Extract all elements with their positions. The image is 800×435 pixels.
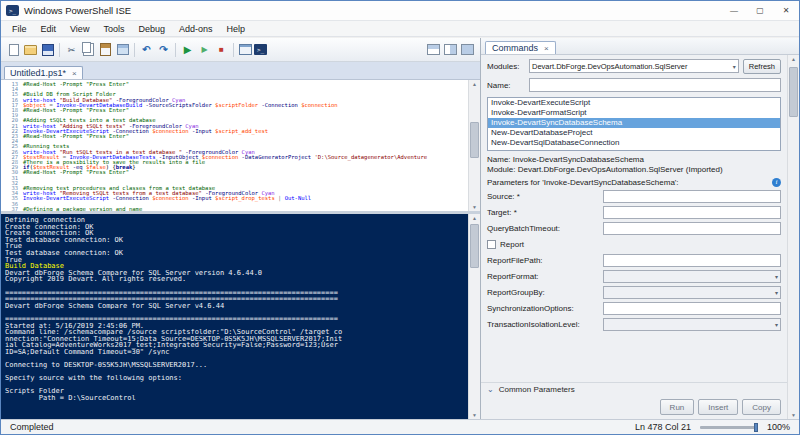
- report-checkbox[interactable]: [487, 240, 496, 249]
- reportfilepath-input[interactable]: [603, 254, 781, 267]
- script-pane-maximized-icon[interactable]: [459, 42, 476, 58]
- command-item[interactable]: Invoke-DevartFormatScript: [488, 108, 780, 118]
- menu-file[interactable]: File: [5, 21, 34, 37]
- minimize-button[interactable]: —: [721, 1, 747, 20]
- scroll-up-icon[interactable]: ▲: [469, 215, 480, 221]
- param-row: ReportFormat:▾: [481, 269, 787, 284]
- scroll-up-icon[interactable]: ▲: [788, 56, 799, 62]
- console-line: Started at: 5/16/2019 2:45:06 PM.: [5, 323, 466, 330]
- toolbar-right: [425, 42, 476, 58]
- copy-icon[interactable]: [80, 42, 97, 58]
- close-icon[interactable]: ×: [72, 69, 77, 78]
- new-remote-powershell-tab-icon[interactable]: [237, 42, 254, 58]
- info-icon[interactable]: i: [772, 178, 781, 187]
- undo-icon[interactable]: ↶: [138, 42, 155, 58]
- editor-scrollbar[interactable]: ▲ ▼: [468, 80, 480, 211]
- scrollbar-thumb[interactable]: [470, 122, 479, 158]
- commands-scrollbar[interactable]: ▲ ▼: [787, 55, 799, 419]
- param-label: Report: [500, 240, 524, 249]
- redo-icon[interactable]: ↷: [155, 42, 172, 58]
- console-scrollbar[interactable]: ▲ ▼: [468, 214, 480, 419]
- script-tab-bar: Untitled1.ps1* ×: [1, 62, 480, 80]
- synchronizationoptions-input[interactable]: [603, 302, 781, 315]
- params-list: Source: *Target: *QueryBatchTimeout:Repo…: [481, 189, 787, 333]
- console-line: Devart dbForge Schema Compare for SQL Se…: [5, 303, 466, 310]
- source-input[interactable]: [603, 190, 781, 203]
- script-pane-top-icon[interactable]: [425, 42, 442, 58]
- scroll-down-icon[interactable]: ▼: [469, 412, 480, 418]
- copy-button[interactable]: Copy: [742, 399, 781, 415]
- script-editor[interactable]: 13#Read-Host -Prompt "Press Enter"1415#B…: [1, 80, 480, 211]
- console-line: ial Catalog=AdventureWorks2017_test;Inte…: [5, 342, 466, 349]
- paste-icon[interactable]: [97, 42, 114, 58]
- console-line: Test database connection: OK: [5, 250, 466, 257]
- transactionisolationlevel-select[interactable]: ▾: [603, 318, 781, 331]
- menu-bar: FileEditViewToolsDebugAdd-onsHelp: [1, 21, 799, 37]
- console-line: Specify source with the following option…: [5, 375, 466, 382]
- cut-icon[interactable]: ✂: [63, 42, 80, 58]
- tab-untitled1[interactable]: Untitled1.ps1* ×: [4, 66, 83, 79]
- name-filter-input[interactable]: [529, 78, 781, 92]
- stop-icon[interactable]: ■: [213, 42, 230, 58]
- maximize-button[interactable]: ▢: [747, 1, 773, 20]
- param-row: Report: [481, 237, 787, 252]
- refresh-button[interactable]: Refresh: [743, 59, 781, 74]
- line-number: 37: [1, 207, 23, 211]
- script-pane-right-icon[interactable]: [442, 42, 459, 58]
- scrollbar-thumb[interactable]: [789, 67, 798, 117]
- open-script-icon[interactable]: [22, 42, 39, 58]
- target-input[interactable]: [603, 206, 781, 219]
- command-detail: Name: Invoke-DevartSyncDatabaseSchema Mo…: [481, 153, 787, 176]
- console-line: Create connection: OK: [5, 230, 466, 237]
- menu-debug[interactable]: Debug: [131, 21, 172, 37]
- command-item[interactable]: New-DevartDatabaseProject: [488, 128, 780, 138]
- param-row: ReportFilePath:: [481, 253, 787, 268]
- save-icon[interactable]: [39, 42, 56, 58]
- tab-commands[interactable]: Commands ×: [485, 41, 556, 54]
- insert-button[interactable]: Insert: [698, 399, 738, 415]
- zoom-slider-thumb[interactable]: [754, 423, 758, 432]
- reportformat-select[interactable]: ▾: [603, 270, 781, 283]
- new-script-icon[interactable]: [5, 42, 22, 58]
- console-line: ========================================…: [5, 296, 466, 303]
- command-item[interactable]: New-DevartSqlDatabaseConnection: [488, 138, 780, 148]
- start-powershell-icon[interactable]: >_: [254, 44, 267, 55]
- clear-console-icon[interactable]: [114, 42, 131, 58]
- param-label: ReportGroupBy:: [487, 288, 599, 297]
- command-item[interactable]: Invoke-DevartSyncDatabaseSchema: [488, 118, 780, 128]
- menu-view[interactable]: View: [63, 21, 96, 37]
- param-label: ReportFilePath:: [487, 256, 599, 265]
- command-item[interactable]: Invoke-DevartExecuteScript: [488, 98, 780, 108]
- querybatchtimeout-input[interactable]: [603, 222, 781, 235]
- chevron-down-icon: ▾: [773, 289, 780, 296]
- code-line: 37#Defining a package version and name: [1, 207, 467, 211]
- console-line: [5, 309, 466, 316]
- chevron-down-icon: ⌄: [487, 387, 494, 393]
- menu-add-ons[interactable]: Add-ons: [172, 21, 220, 37]
- reportgroupby-select[interactable]: ▾: [603, 286, 781, 299]
- window-title: Windows PowerShell ISE: [24, 5, 131, 16]
- name-label: Name:: [487, 81, 525, 90]
- modules-select[interactable]: Devart.DbForge.DevOpsAutomation.SqlServe…: [529, 59, 739, 73]
- common-parameters-toggle[interactable]: ⌄ Common Parameters: [481, 382, 787, 396]
- code-area: 13#Read-Host -Prompt "Press Enter"1415#B…: [1, 82, 467, 211]
- console-line: Path = D:\SourceControl: [5, 395, 466, 402]
- menu-tools[interactable]: Tools: [96, 21, 131, 37]
- param-row: ReportGroupBy:▾: [481, 285, 787, 300]
- close-button[interactable]: ✕: [773, 1, 799, 20]
- scrollbar-thumb[interactable]: [470, 224, 479, 268]
- console-line: Scripts Folder: [5, 388, 466, 395]
- scroll-down-icon[interactable]: ▼: [788, 412, 799, 418]
- scroll-down-icon[interactable]: ▼: [469, 204, 480, 210]
- menu-edit[interactable]: Edit: [34, 21, 64, 37]
- run-button[interactable]: Run: [660, 399, 695, 415]
- scroll-up-icon[interactable]: ▲: [469, 81, 480, 87]
- run-selection-icon[interactable]: ▶: [196, 42, 213, 58]
- param-row: SynchronizationOptions:: [481, 301, 787, 316]
- console-line: [5, 283, 466, 290]
- menu-help[interactable]: Help: [219, 21, 252, 37]
- zoom-slider[interactable]: [700, 423, 758, 432]
- close-icon[interactable]: ×: [544, 44, 549, 53]
- console-pane[interactable]: Defining connectionCreate connection: OK…: [1, 214, 480, 419]
- run-script-icon[interactable]: ▶: [179, 42, 196, 58]
